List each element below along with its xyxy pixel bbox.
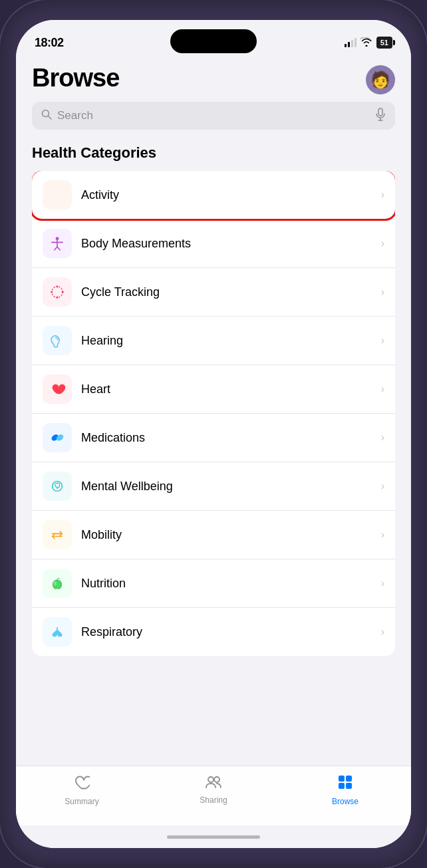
browse-tab-label: Browse (332, 797, 358, 806)
search-bar[interactable]: Search (32, 102, 395, 130)
heart-icon-wrap (43, 374, 72, 404)
content-area: 🧑 Browse Search (16, 57, 411, 766)
svg-point-27 (45, 523, 69, 547)
tab-bar: Summary Sharing (16, 766, 411, 825)
mobility-icon-wrap (43, 520, 72, 549)
heart-chevron: › (381, 383, 384, 395)
tab-sharing[interactable]: Sharing (148, 774, 279, 805)
activity-label: Activity (81, 188, 381, 202)
svg-point-19 (45, 329, 69, 353)
heart-label: Heart (81, 382, 381, 396)
category-item-mental-wellbeing[interactable]: Mental Wellbeing › (32, 462, 395, 511)
svg-point-24 (45, 474, 69, 498)
dynamic-island (170, 29, 257, 53)
activity-chevron: › (381, 189, 384, 201)
respiratory-label: Respiratory (81, 625, 381, 639)
svg-rect-37 (339, 783, 345, 789)
svg-rect-36 (346, 776, 352, 782)
nutrition-chevron: › (381, 577, 384, 589)
home-bar (167, 835, 260, 839)
svg-point-18 (62, 291, 64, 293)
svg-point-33 (208, 777, 214, 782)
medications-icon-wrap (43, 423, 72, 452)
summary-tab-label: Summary (65, 797, 98, 806)
status-icons: 51 (345, 37, 392, 49)
mic-icon[interactable] (375, 108, 386, 124)
respiratory-icon (45, 620, 69, 644)
cycle-tracking-chevron: › (381, 286, 384, 298)
home-indicator (16, 825, 411, 848)
sharing-tab-label: Sharing (200, 796, 227, 805)
medications-chevron: › (381, 432, 384, 444)
tab-browse[interactable]: Browse (279, 774, 411, 806)
category-item-respiratory[interactable]: Respiratory › (32, 608, 395, 656)
mobility-label: Mobility (81, 528, 381, 542)
svg-point-15 (56, 285, 58, 287)
activity-icon-wrap: 🔥 (43, 180, 72, 210)
summary-icon (74, 774, 90, 794)
page-title: Browse (32, 64, 395, 92)
mental-wellbeing-icon-wrap (43, 472, 72, 501)
medications-icon (45, 426, 69, 450)
battery-icon: 51 (376, 37, 392, 49)
category-item-body-measurements[interactable]: Body Measurements › (32, 219, 395, 268)
mobility-chevron: › (381, 529, 384, 541)
body-measurements-icon (45, 231, 69, 255)
hearing-icon-wrap (43, 326, 72, 355)
status-time: 18:02 (35, 36, 64, 50)
category-item-hearing[interactable]: Hearing › (32, 317, 395, 365)
svg-point-5 (45, 183, 69, 207)
svg-rect-35 (339, 776, 345, 782)
wifi-icon (360, 37, 372, 49)
mental-wellbeing-label: Mental Wellbeing (81, 480, 381, 494)
nutrition-icon (45, 571, 69, 595)
heart-icon (45, 377, 69, 401)
body-measurements-icon-wrap (43, 229, 72, 258)
sharing-icon (205, 774, 222, 793)
svg-point-34 (214, 777, 219, 782)
cycle-tracking-icon-wrap (43, 277, 72, 307)
categories-list: 🔥 Activity › (32, 171, 395, 656)
svg-rect-2 (378, 108, 382, 116)
category-item-activity[interactable]: 🔥 Activity › (32, 171, 395, 219)
svg-line-1 (49, 116, 52, 120)
cycle-tracking-label: Cycle Tracking (81, 285, 381, 299)
phone-outer: 18:02 51 (0, 0, 427, 868)
category-item-cycle-tracking[interactable]: Cycle Tracking › (32, 268, 395, 317)
hearing-chevron: › (381, 335, 384, 347)
mobility-icon (45, 523, 69, 547)
signal-icon (345, 38, 356, 47)
svg-point-17 (51, 291, 53, 293)
nutrition-icon-wrap (43, 569, 72, 598)
search-placeholder: Search (57, 109, 370, 122)
browse-icon (337, 774, 353, 794)
nutrition-label: Nutrition (81, 577, 381, 591)
search-icon (41, 109, 52, 122)
hearing-label: Hearing (81, 334, 381, 348)
body-measurements-chevron: › (381, 237, 384, 249)
svg-point-13 (45, 280, 69, 304)
respiratory-chevron: › (381, 626, 384, 638)
respiratory-icon-wrap (43, 617, 72, 647)
svg-rect-38 (346, 783, 352, 789)
body-measurements-label: Body Measurements (81, 237, 381, 251)
section-title: Health Categories (32, 144, 395, 162)
phone-screen: 18:02 51 (16, 20, 411, 848)
medications-label: Medications (81, 431, 381, 445)
activity-icon: 🔥 (45, 183, 69, 207)
cycle-tracking-icon (45, 280, 69, 304)
category-item-heart[interactable]: Heart › (32, 365, 395, 414)
hearing-icon (45, 329, 69, 353)
tab-summary[interactable]: Summary (16, 774, 148, 806)
svg-point-16 (56, 297, 58, 299)
mental-wellbeing-icon (45, 474, 69, 498)
avatar[interactable]: 🧑 (366, 65, 395, 94)
category-item-nutrition[interactable]: Nutrition › (32, 559, 395, 608)
category-item-mobility[interactable]: Mobility › (32, 511, 395, 559)
category-item-medications[interactable]: Medications › (32, 414, 395, 462)
mental-wellbeing-chevron: › (381, 480, 384, 492)
